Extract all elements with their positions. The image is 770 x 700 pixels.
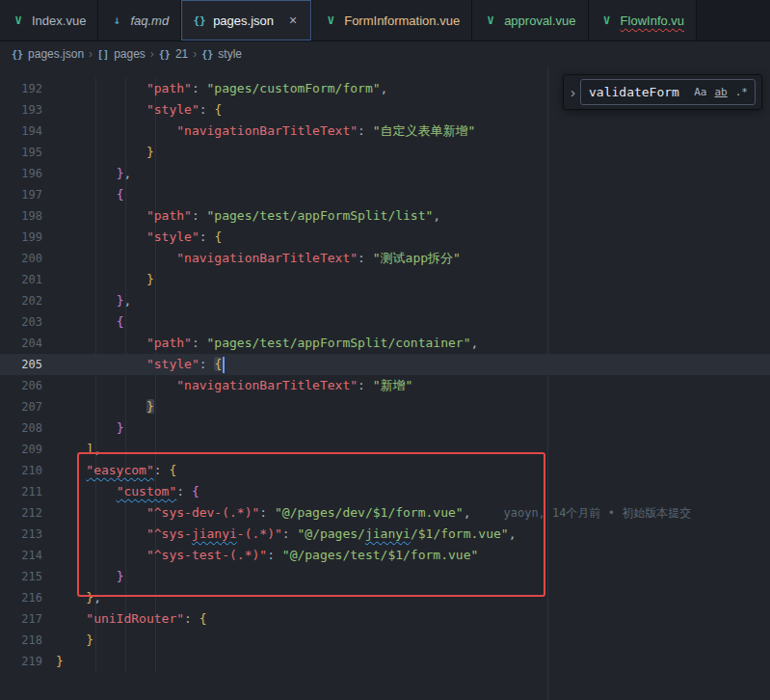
tab-index-vue[interactable]: VIndex.vue [0, 0, 98, 40]
line-number: 208 [0, 421, 56, 435]
tab-label: faq.md [130, 13, 169, 28]
token-punc: : [184, 611, 199, 626]
tab-flowinfo-vu[interactable]: VFlowInfo.vu [589, 0, 697, 40]
whole-word-button[interactable]: ab [712, 83, 730, 101]
code-line-201[interactable]: 201 } [0, 269, 770, 290]
code-line-211[interactable]: 211 "custom": { [0, 481, 770, 502]
line-number: 204 [0, 337, 56, 350]
regex-button[interactable]: .* [732, 83, 751, 101]
tab-label: FlowInfo.vu [621, 13, 684, 28]
token-punc: , [381, 81, 388, 95]
code-line-214[interactable]: 214 "^sys-test-(.*)": "@/pages/test/$1/f… [0, 545, 770, 566]
token-key: "path" [146, 81, 192, 95]
code-content: "navigationBarTitleText": "新增" [56, 375, 770, 396]
breadcrumb-label: pages.json [28, 47, 84, 61]
code-line-195[interactable]: 195 } [0, 142, 770, 163]
breadcrumb-item-21[interactable]: {}21 [159, 47, 188, 61]
breadcrumb-item-style[interactable]: {}style [201, 47, 242, 61]
code-line-213[interactable]: 213 "^sys-jianyi-(.*)": "@/pages/jianyi/… [0, 524, 770, 545]
tab-approval-vue[interactable]: Vapproval.vue [472, 0, 588, 40]
code-line-206[interactable]: 206 "navigationBarTitleText": "新增" [0, 375, 770, 396]
token-ws [56, 251, 176, 265]
token-key: "^sys-dev-(.*)" [146, 505, 259, 520]
code-content: "path": "pages/test/appFormSplit/list", [56, 205, 770, 227]
editor[interactable]: 192 "path": "pages/customForm/form",193 … [0, 67, 770, 700]
token-ws [56, 229, 146, 244]
code-line-205[interactable]: 205 "style": { [0, 354, 770, 375]
token-ws [56, 399, 146, 414]
token-key: "style" [146, 229, 199, 244]
code-content: "navigationBarTitleText": "测试app拆分" [56, 248, 770, 269]
code-line-212[interactable]: 212 "^sys-dev-(.*)": "@/pages/dev/$1/for… [0, 502, 770, 524]
match-case-button[interactable]: Aa [691, 83, 709, 101]
token-key: -(.*)" [237, 526, 282, 541]
code-line-218[interactable]: 218 } [0, 630, 770, 651]
code-content: } [56, 142, 770, 163]
line-number: 218 [0, 633, 56, 647]
tab-faq-md[interactable]: ↓faq.md [98, 0, 181, 40]
code-content: "easycom": { [56, 460, 770, 481]
tab-label: Index.vue [32, 13, 86, 28]
code-content: } [56, 651, 770, 672]
line-number: 205 [0, 358, 56, 371]
token-ws [56, 357, 146, 371]
code-content: } [56, 396, 770, 417]
token-gold: ] [86, 442, 93, 456]
line-number: 206 [0, 379, 56, 392]
token-punc: : [358, 251, 373, 265]
find-query[interactable]: validateForm [589, 85, 689, 99]
breadcrumb-label: 21 [175, 47, 188, 61]
token-ws [56, 442, 86, 456]
token-purple: { [192, 484, 199, 498]
tab-pages-json[interactable]: {}pages.json× [181, 0, 312, 40]
token-ws [56, 378, 176, 392]
tab-label: approval.vue [504, 13, 575, 28]
line-number: 207 [0, 400, 56, 414]
token-ws [56, 569, 117, 583]
code-line-197[interactable]: 197 { [0, 184, 770, 205]
tab-forminformation-vue[interactable]: VFormInformation.vue [312, 0, 472, 40]
breadcrumb-item-pages-json[interactable]: {}pages.json [12, 47, 84, 61]
code-line-215[interactable]: 215 } [0, 566, 770, 587]
line-number: 211 [0, 485, 56, 498]
token-ws [56, 420, 117, 435]
code-line-208[interactable]: 208 } [0, 417, 770, 439]
find-input[interactable]: validateForm Aa ab .* [580, 79, 756, 105]
symbol-icon: [] [97, 49, 109, 60]
code-line-198[interactable]: 198 "path": "pages/test/appFormSplit/lis… [0, 205, 770, 227]
code-line-209[interactable]: 209 ], [0, 439, 770, 460]
find-toggle-chevron-icon[interactable]: › [566, 84, 580, 100]
token-key: "navigationBarTitleText" [176, 378, 358, 392]
code-content: "^sys-jianyi-(.*)": "@/pages/jianyi/$1/f… [56, 524, 770, 545]
token-punc: : [358, 123, 373, 138]
code-line-204[interactable]: 204 "path": "pages/test/appFormSplit/con… [0, 333, 770, 354]
line-number: 198 [0, 209, 56, 223]
code-line-216[interactable]: 216 }, [0, 587, 770, 608]
symbol-icon: {} [12, 49, 23, 60]
code-line-202[interactable]: 202 }, [0, 290, 770, 311]
code-line-210[interactable]: 210 "easycom": { [0, 460, 770, 481]
token-gold: } [146, 399, 154, 414]
code-line-194[interactable]: 194 "navigationBarTitleText": "自定义表单新增" [0, 121, 770, 142]
token-punc: , [433, 208, 440, 223]
code-line-199[interactable]: 199 "style": { [0, 227, 770, 248]
code-line-196[interactable]: 196 }, [0, 163, 770, 184]
breadcrumb-label: pages [114, 47, 146, 61]
code-line-217[interactable]: 217 "uniIdRouter": { [0, 608, 770, 630]
code-content: } [56, 269, 770, 290]
token-gold: } [146, 272, 154, 286]
token-punc: , [464, 505, 471, 520]
breadcrumb-label: style [218, 47, 242, 61]
code-line-203[interactable]: 203 { [0, 311, 770, 333]
token-gold: { [199, 611, 207, 626]
line-number: 199 [0, 230, 56, 244]
token-gold: } [56, 654, 64, 668]
close-icon[interactable]: × [286, 13, 300, 28]
line-number: 200 [0, 252, 56, 265]
code-line-207[interactable]: 207 } [0, 396, 770, 417]
code-line-219[interactable]: 219} [0, 651, 770, 672]
vscode-window: VIndex.vue↓faq.md{}pages.json×VFormInfor… [0, 0, 770, 700]
code-line-200[interactable]: 200 "navigationBarTitleText": "测试app拆分" [0, 248, 770, 269]
vue-file-icon: V [600, 14, 614, 27]
breadcrumb-item-pages[interactable]: []pages [97, 47, 146, 61]
